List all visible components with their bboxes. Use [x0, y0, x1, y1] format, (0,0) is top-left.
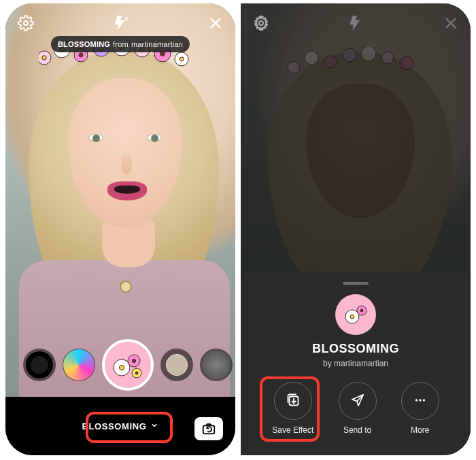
effect-author-text: martinamartian — [131, 40, 183, 48]
portrait-eye — [147, 134, 162, 141]
effect-thumb-chrome-face[interactable] — [63, 349, 95, 381]
more-icon — [413, 393, 428, 410]
save-effect-label: Save Effect — [272, 425, 313, 435]
effect-thumb-selected-blossoming[interactable] — [102, 339, 154, 391]
svg-point-21 — [132, 359, 135, 362]
portrait-nose — [121, 154, 132, 175]
effect-name-button[interactable]: BLOSSOMING — [73, 414, 169, 438]
effect-avatar[interactable] — [335, 294, 376, 335]
portrait-mouth — [107, 181, 147, 200]
save-icon — [285, 392, 301, 410]
flash-off-icon[interactable]: x — [112, 14, 130, 32]
portrait-eye — [88, 134, 103, 141]
svg-point-40 — [423, 399, 425, 401]
effect-carousel[interactable] — [5, 338, 235, 391]
effect-attribution-pill[interactable]: BLOSSOMING from martinamartian — [51, 36, 190, 52]
sheet-title: BLOSSOMING — [241, 342, 471, 356]
effect-name-text: BLOSSOMING — [58, 40, 110, 48]
sheet-author[interactable]: by martinamartian — [241, 359, 471, 368]
camera-screen-left: x BLOSSOMING from martinamartian BLOSS — [5, 3, 235, 455]
svg-point-16 — [24, 21, 28, 25]
effect-thumb-halo[interactable] — [160, 349, 193, 381]
effect-thumb-pupil[interactable] — [23, 349, 56, 381]
more-label: More — [411, 425, 429, 435]
settings-icon[interactable] — [18, 15, 34, 31]
effect-name-label: BLOSSOMING — [82, 421, 147, 431]
bottom-bar: BLOSSOMING — [5, 397, 235, 455]
chevron-down-icon — [150, 421, 158, 431]
save-effect-button[interactable]: Save Effect — [272, 382, 313, 435]
from-word: from — [113, 40, 129, 48]
close-icon[interactable] — [208, 16, 223, 31]
send-icon — [350, 393, 365, 410]
svg-point-34 — [350, 315, 354, 319]
sheet-actions: Save Effect Send to More — [241, 382, 471, 435]
svg-point-23 — [135, 372, 138, 374]
effect-bottom-sheet: BLOSSOMING by martinamartian Save Effect… — [241, 272, 471, 455]
portrait-necklace — [120, 281, 132, 293]
svg-text:x: x — [124, 14, 129, 22]
svg-point-39 — [419, 399, 421, 401]
effect-thumb-mono[interactable] — [200, 349, 233, 381]
send-to-button[interactable]: Send to — [339, 382, 377, 435]
top-controls — [241, 10, 471, 36]
more-button[interactable]: More — [401, 382, 439, 435]
close-icon[interactable] — [443, 16, 458, 31]
settings-icon[interactable] — [253, 15, 269, 31]
flash-off-icon[interactable] — [347, 14, 365, 32]
sheet-grabber[interactable] — [343, 282, 369, 285]
svg-point-36 — [360, 309, 363, 312]
svg-point-32 — [259, 21, 263, 25]
switch-camera-button[interactable] — [194, 417, 223, 440]
send-to-label: Send to — [343, 425, 371, 435]
camera-screen-right: BLOSSOMING by martinamartian Save Effect… — [241, 3, 471, 455]
top-controls: x — [5, 10, 235, 36]
svg-point-38 — [415, 399, 418, 401]
svg-point-19 — [119, 365, 124, 370]
